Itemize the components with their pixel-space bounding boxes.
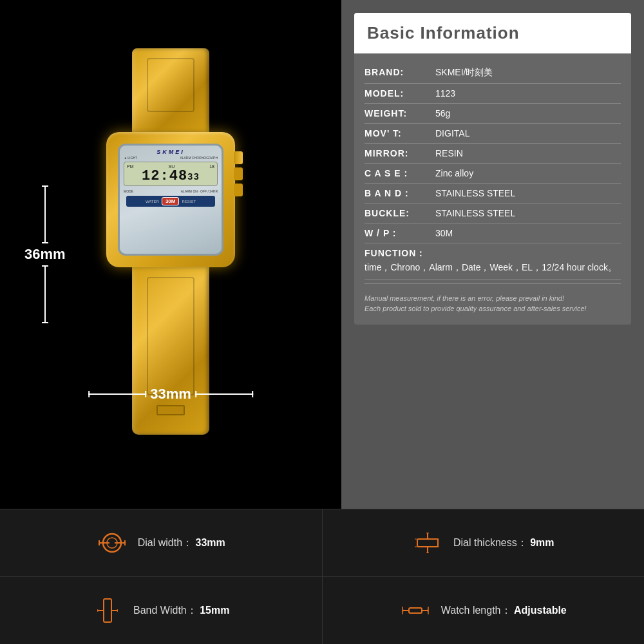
label-brand: BRAND: bbox=[365, 67, 435, 77]
value-function: time，Chrono，Alarm，Date，Week，EL，12/24 hou… bbox=[365, 261, 617, 274]
value-mirror: RESIN bbox=[435, 148, 621, 158]
water-label-left: WATER bbox=[146, 200, 159, 204]
watch-case: SKMEI ◄ LIGHT ALARM CHRONOGRAPH PM SU 18… bbox=[106, 132, 235, 267]
dimension-line-left bbox=[88, 393, 146, 395]
band-width-text: Band Width： 15mm bbox=[133, 604, 229, 618]
svg-marker-6 bbox=[99, 542, 102, 544]
label-band: B A N D : bbox=[365, 188, 435, 198]
width-label: 33mm bbox=[150, 386, 191, 402]
bottom-bar: Dial width： 33mm Dial thickness： 9mm bbox=[0, 509, 644, 644]
main-area: 36mm SKMEI ◄ LIGHT ALARM CHRONOGRAPH PM bbox=[0, 0, 644, 509]
info-row-movt: MOV' T: DIGITAL bbox=[365, 124, 621, 144]
watch-length-value: Adjustable bbox=[514, 605, 567, 616]
water-resist-badge: 30M bbox=[162, 197, 180, 205]
info-row-wp: W / P : 30M bbox=[365, 223, 621, 243]
bottom-row-1: Dial width： 33mm Dial thickness： 9mm bbox=[0, 509, 644, 576]
watch-alarm-info: ALARM ON · OFF / 24HR bbox=[181, 189, 218, 193]
watch-display: PM SU 18 12:4833 bbox=[124, 162, 218, 186]
value-model: 1123 bbox=[435, 88, 621, 99]
info-divider bbox=[365, 283, 621, 284]
watch-mode-label: MODE bbox=[124, 189, 133, 193]
band-bottom bbox=[132, 267, 209, 435]
watch-pm: PM bbox=[127, 164, 134, 169]
dimension-line-right bbox=[195, 393, 253, 395]
width-dimension: 33mm bbox=[88, 386, 253, 402]
band-width-value: 15mm bbox=[200, 605, 229, 616]
band-width-icon bbox=[92, 595, 123, 626]
info-row-case: C A S E : Zinc alloy bbox=[365, 164, 621, 184]
value-brand: SKMEI/时刻美 bbox=[435, 67, 621, 79]
value-movt: DIGITAL bbox=[435, 128, 621, 138]
info-row-band: B A N D : STAINLESS STEEL bbox=[365, 184, 621, 204]
dimension-line-bottom bbox=[44, 265, 46, 323]
dial-thickness-text: Dial thickness： 9mm bbox=[453, 536, 554, 550]
svg-rect-20 bbox=[409, 608, 422, 613]
info-row-weight: WEIGHT: 56g bbox=[365, 104, 621, 124]
right-panel: Basic Information BRAND: SKMEI/时刻美 MODEL… bbox=[341, 0, 644, 509]
note-line2: Each product sold to provide quality ass… bbox=[365, 303, 621, 314]
bottom-cell-dial-thickness: Dial thickness： 9mm bbox=[323, 509, 645, 576]
bottom-cell-band-width: Band Width： 15mm bbox=[0, 577, 323, 644]
watch-subtitle: ◄ LIGHT ALARM CHRONOGRAPH bbox=[120, 156, 222, 160]
bottom-row-2: Band Width： 15mm Watch length： Adjustabl… bbox=[0, 576, 644, 644]
info-note: Manual measurement, if there is an error… bbox=[365, 288, 621, 317]
left-panel: 36mm SKMEI ◄ LIGHT ALARM CHRONOGRAPH PM bbox=[0, 0, 341, 509]
band-top bbox=[132, 48, 209, 132]
value-band: STAINLESS STEEL bbox=[435, 188, 621, 198]
label-function: FUNCTION： bbox=[365, 248, 426, 260]
watch-image: SKMEI ◄ LIGHT ALARM CHRONOGRAPH PM SU 18… bbox=[61, 48, 280, 435]
label-model: MODEL: bbox=[365, 88, 435, 99]
svg-rect-15 bbox=[104, 599, 111, 622]
height-dimension: 36mm bbox=[24, 185, 66, 323]
bottom-cell-dial-width: Dial width： 33mm bbox=[0, 509, 323, 576]
watch-light-label: ◄ LIGHT bbox=[124, 156, 137, 160]
dial-width-label: Dial width： bbox=[138, 537, 193, 548]
water-resist-bar: WATER 30M RESIST bbox=[126, 196, 215, 207]
info-body: BRAND: SKMEI/时刻美 MODEL: 1123 WEIGHT: 56g… bbox=[354, 55, 631, 325]
info-row-function: FUNCTION： time，Chrono，Alarm，Date，Week，EL… bbox=[365, 243, 621, 279]
bottom-cell-watch-length: Watch length： Adjustable bbox=[323, 577, 645, 644]
svg-marker-13 bbox=[426, 533, 429, 535]
dial-thickness-label: Dial thickness： bbox=[453, 537, 527, 548]
height-label: 36mm bbox=[24, 246, 66, 263]
watch-length-icon bbox=[400, 595, 431, 626]
label-weight: WEIGHT: bbox=[365, 108, 435, 118]
value-weight: 56g bbox=[435, 108, 621, 118]
label-case: C A S E : bbox=[365, 168, 435, 178]
watch-alarm-label: ALARM CHRONOGRAPH bbox=[180, 156, 218, 160]
watch-time: 12:4833 bbox=[127, 169, 214, 184]
dimension-line-top bbox=[44, 185, 46, 243]
info-header: Basic Information bbox=[354, 13, 631, 53]
info-row-brand: BRAND: SKMEI/时刻美 bbox=[365, 62, 621, 84]
watch-length-label: Watch length： bbox=[441, 605, 511, 616]
dial-width-icon bbox=[97, 527, 128, 558]
dial-thickness-icon bbox=[412, 527, 443, 558]
watch-length-text: Watch length： Adjustable bbox=[441, 604, 567, 618]
watch-brand: SKMEI bbox=[120, 149, 222, 155]
label-wp: W / P : bbox=[365, 228, 435, 238]
watch-date: 18 bbox=[209, 164, 214, 169]
svg-marker-19 bbox=[115, 609, 118, 612]
svg-marker-18 bbox=[97, 609, 100, 612]
svg-marker-7 bbox=[122, 542, 125, 544]
svg-rect-8 bbox=[417, 539, 438, 547]
watch-face: SKMEI ◄ LIGHT ALARM CHRONOGRAPH PM SU 18… bbox=[118, 144, 223, 256]
label-mirror: MIRROR: bbox=[365, 148, 435, 158]
value-wp: 30M bbox=[435, 228, 621, 238]
water-label-right: RESIST bbox=[182, 200, 196, 204]
svg-marker-14 bbox=[426, 551, 429, 553]
label-movt: MOV' T: bbox=[365, 128, 435, 138]
value-buckle: STAINLESS STEEL bbox=[435, 208, 621, 218]
dial-thickness-value: 9mm bbox=[530, 537, 554, 548]
dial-width-value: 33mm bbox=[196, 537, 225, 548]
info-card: Basic Information BRAND: SKMEI/时刻美 MODEL… bbox=[354, 13, 631, 325]
info-row-mirror: MIRROR: RESIN bbox=[365, 144, 621, 164]
info-row-model: MODEL: 1123 bbox=[365, 84, 621, 104]
value-case: Zinc alloy bbox=[435, 168, 621, 178]
band-width-label: Band Width： bbox=[133, 605, 197, 616]
info-title: Basic Information bbox=[367, 23, 618, 43]
function-content: FUNCTION： time，Chrono，Alarm，Date，Week，EL… bbox=[365, 248, 621, 274]
note-line1: Manual measurement, if there is an error… bbox=[365, 293, 621, 304]
dial-width-text: Dial width： 33mm bbox=[138, 536, 225, 550]
info-row-buckle: BUCKLE: STAINLESS STEEL bbox=[365, 204, 621, 223]
